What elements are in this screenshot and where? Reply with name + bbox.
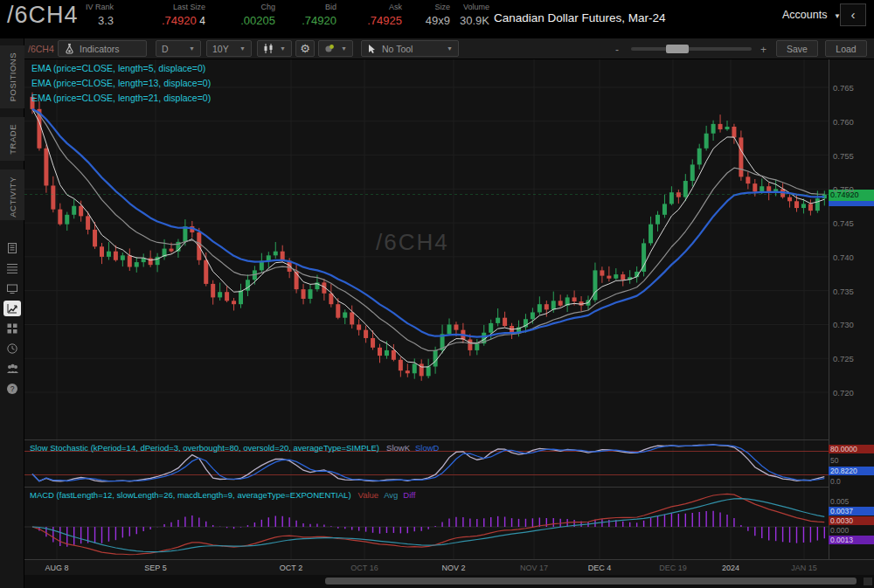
- time-tick-label: OCT 16: [350, 564, 378, 572]
- horizontal-scrollbar[interactable]: [24, 575, 874, 588]
- zoom-slider-handle[interactable]: [666, 45, 689, 53]
- notebook-icon[interactable]: [0, 238, 24, 258]
- price-tick-label: 0.735: [833, 287, 854, 296]
- indicators-button[interactable]: Indicators: [58, 40, 147, 57]
- save-button[interactable]: Save: [776, 40, 818, 57]
- ema-legend: EMA (price=CLOSE, length=5, displace=0) …: [31, 63, 211, 107]
- chevron-down-icon: ▼: [273, 45, 286, 52]
- ema21-label: EMA (price=CLOSE, length=21, displace=0): [31, 93, 211, 103]
- pattern-tool-icon: [324, 43, 334, 54]
- study-value-badge: [829, 201, 874, 206]
- grid-icon[interactable]: [0, 318, 24, 338]
- sidebar-tab-activity[interactable]: ACTIVITY: [0, 169, 24, 220]
- macd-diff-badge: 0.0013: [829, 536, 874, 544]
- chart-area: EMA (price=CLOSE, length=5, displace=0) …: [24, 59, 874, 575]
- time-tick-label: DEC 19: [659, 564, 687, 572]
- time-tick-label: OCT 2: [280, 564, 302, 572]
- scrollbar-corner: [864, 578, 872, 585]
- drawing-tools-dropdown[interactable]: ▼: [318, 40, 353, 57]
- stoch-zero-label: 0.0: [829, 477, 874, 486]
- history-icon[interactable]: [0, 338, 24, 358]
- bid-field: Bid .74920: [284, 3, 336, 27]
- time-tick-label: DEC 4: [588, 564, 612, 572]
- stochastic-panel[interactable]: Slow Stochastic (kPeriod=14, dPeriod=3, …: [24, 439, 874, 487]
- chevron-down-icon: ▼: [182, 45, 195, 52]
- macd-zero-label: 0.000: [829, 526, 874, 535]
- chart-icon[interactable]: [0, 298, 24, 318]
- ema13-label: EMA (price=CLOSE, length=13, displace=0): [31, 78, 211, 88]
- price-tick-label: 0.720: [833, 388, 854, 398]
- left-sidebar: POSITIONS TRADE ACTIVITY: [0, 38, 24, 588]
- zoom-out-button[interactable]: -: [615, 44, 619, 56]
- price-tick-label: 0.755: [833, 151, 854, 161]
- flask-icon: [64, 43, 75, 54]
- time-tick-label: SEP 5: [144, 564, 166, 572]
- sidebar-tab-positions[interactable]: POSITIONS: [0, 45, 24, 108]
- macd-panel[interactable]: MACD (fastLength=12, slowLength=26, macd…: [24, 487, 874, 559]
- price-tick-label: 0.760: [833, 117, 854, 127]
- chg-field: Chg .00205: [223, 3, 275, 27]
- ask-field: Ask .74925: [350, 3, 402, 27]
- chart-watermark: /6CH4: [376, 229, 449, 256]
- gear-icon: ⚙: [300, 42, 310, 55]
- price-tick-label: 0.750: [833, 184, 854, 194]
- iv-rank-field: IV Rank 3.3: [61, 3, 114, 27]
- stochastic-label: Slow Stochastic (kPeriod=14, dPeriod=3, …: [30, 443, 439, 453]
- quote-bar: /6CH4 IV Rank 3.3 Last Size .74920 4 Chg…: [0, 0, 874, 38]
- chart-settings-button[interactable]: ⚙: [295, 40, 315, 57]
- share-group-icon[interactable]: [0, 358, 24, 378]
- monitor-icon[interactable]: [0, 278, 24, 298]
- sidebar-tab-trade[interactable]: TRADE: [0, 117, 24, 161]
- chart-type-dropdown[interactable]: ▼: [257, 40, 292, 57]
- chevron-left-icon: ‹: [851, 7, 856, 22]
- collapse-panel-button[interactable]: ‹: [840, 3, 866, 26]
- stoch-mid-label: 50: [829, 456, 874, 465]
- chart-symbol-tab[interactable]: /6CH4: [28, 44, 54, 54]
- scrollbar-handle[interactable]: [325, 578, 857, 585]
- zoom-in-button[interactable]: +: [760, 44, 766, 56]
- macd-value-badge: 0.0030: [829, 516, 874, 525]
- size-field: Size 49x9: [415, 3, 450, 27]
- chart-toolbar: /6CH4 Indicators D ▼ 10Y ▼ ▼ ⚙ ▼ No Tool: [24, 38, 874, 59]
- accounts-menu[interactable]: Accounts ▼: [782, 9, 841, 21]
- stoch-overbought-badge: 80.0000: [829, 445, 874, 453]
- stoch-value-badge: 20.8220: [829, 467, 874, 475]
- time-tick-label: JAN 15: [791, 564, 817, 572]
- time-tick-label: NOV 17: [520, 564, 548, 572]
- volume-field: Volume 30.9K: [453, 3, 489, 27]
- help-icon[interactable]: ?: [0, 378, 24, 398]
- zoom-slider[interactable]: [631, 47, 752, 51]
- price-panel[interactable]: EMA (price=CLOSE, length=5, displace=0) …: [24, 59, 874, 439]
- candlestick-icon: [263, 43, 273, 54]
- price-tick-label: 0.730: [833, 320, 854, 329]
- symbol-description: Canadian Dollar Futures, Mar-24: [494, 11, 666, 24]
- last-size-field: Last Size .74920 4: [131, 3, 205, 27]
- macd-label: MACD (fastLength=12, slowLength=26, macd…: [30, 490, 415, 500]
- time-tick-label: 2024: [722, 564, 739, 572]
- active-tool-dropdown[interactable]: No Tool ▼: [361, 40, 459, 57]
- load-button[interactable]: Load: [825, 40, 867, 57]
- price-tick-label: 0.725: [833, 354, 854, 363]
- ema5-label: EMA (price=CLOSE, length=5, displace=0): [31, 63, 211, 73]
- range-dropdown[interactable]: 10Y ▼: [206, 40, 252, 57]
- macd-avg-badge: 0.0037: [829, 507, 874, 515]
- chevron-down-icon: ▼: [440, 45, 453, 52]
- time-axis: AUG 8SEP 5OCT 2OCT 16NOV 2NOV 17DEC 4DEC…: [24, 559, 874, 575]
- chevron-down-icon: ▼: [232, 45, 246, 52]
- list-icon[interactable]: [0, 258, 24, 278]
- time-tick-label: AUG 8: [45, 564, 68, 572]
- chevron-down-icon: ▼: [334, 45, 347, 52]
- timeframe-dropdown[interactable]: D ▼: [156, 40, 201, 57]
- macd-top-label: 0.005: [829, 497, 874, 506]
- price-tick-label: 0.740: [833, 252, 854, 262]
- trading-platform-window: /6CH4 IV Rank 3.3 Last Size .74920 4 Chg…: [0, 0, 874, 588]
- time-tick-label: NOV 2: [441, 564, 465, 572]
- svg-text:?: ?: [10, 384, 15, 393]
- price-tick-label: 0.765: [833, 83, 854, 93]
- cursor-icon: [367, 44, 377, 54]
- price-tick-label: 0.745: [833, 218, 854, 228]
